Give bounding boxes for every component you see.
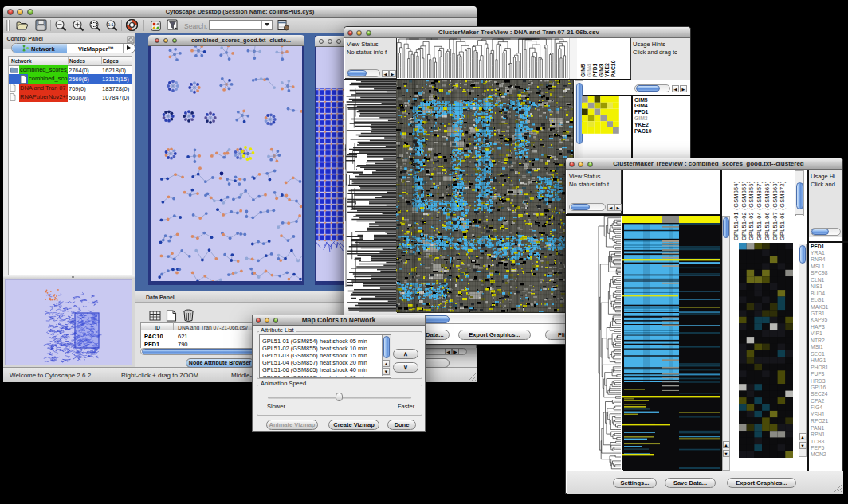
svg-text:1:1: 1:1 xyxy=(108,22,114,27)
